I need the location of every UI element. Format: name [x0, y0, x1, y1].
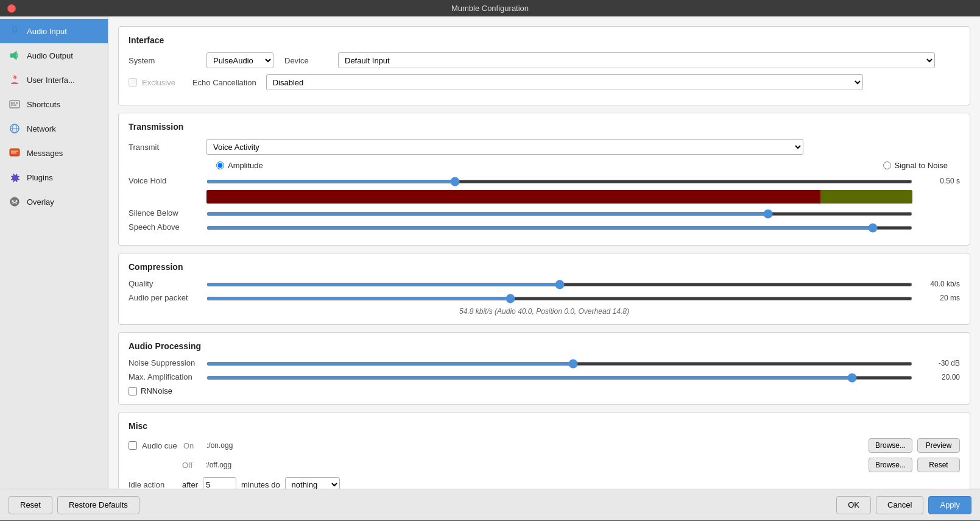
transmit-row: Transmit Voice Activity: [129, 139, 960, 155]
window-title: Mumble Configuration: [451, 4, 529, 13]
after-label: after: [182, 480, 198, 489]
message-icon: [9, 147, 21, 159]
audio-per-packet-row: Audio per packet 20 ms: [129, 293, 960, 302]
ok-button[interactable]: OK: [836, 496, 871, 514]
audio-per-packet-slider[interactable]: [206, 297, 912, 300]
silence-below-slider-container: [206, 208, 912, 218]
svg-rect-11: [13, 105, 16, 106]
speech-above-row: Speech Above: [129, 222, 960, 232]
noise-suppression-row: Noise Suppression -30 dB: [129, 358, 960, 367]
sidebar-item-messages[interactable]: Messages: [0, 141, 108, 165]
sidebar-item-shortcuts[interactable]: Shortcuts: [0, 92, 108, 116]
apply-button[interactable]: Apply: [928, 496, 971, 514]
silence-below-label: Silence Below: [129, 208, 202, 218]
browse-on-button[interactable]: Browse...: [869, 438, 912, 453]
on-path: :/on.ogg: [206, 441, 864, 450]
sidebar-label-user-interface: User Interfa...: [27, 76, 75, 85]
sidebar-item-overlay[interactable]: Overlay: [0, 190, 108, 214]
quality-slider-container: [206, 279, 912, 288]
voice-hold-slider-container: [206, 176, 912, 185]
reset-audio-button[interactable]: Reset: [917, 458, 960, 472]
system-select[interactable]: PulseAudio: [206, 52, 273, 68]
max-amplification-value: 20.00: [917, 373, 960, 381]
quality-value: 40.0 kb/s: [917, 280, 960, 288]
noise-suppression-label: Noise Suppression: [129, 358, 202, 367]
sidebar-item-plugins[interactable]: Plugins: [0, 165, 108, 190]
compression-section: Compression Quality 40.0 kb/s Audio per …: [118, 253, 970, 325]
sidebar-item-network[interactable]: Network: [0, 116, 108, 141]
svg-rect-15: [10, 149, 19, 156]
noise-suppression-value: -30 dB: [917, 359, 960, 367]
compression-info: 54.8 kbit/s (Audio 40.0, Position 0.0, O…: [129, 307, 960, 316]
max-amplification-label: Max. Amplification: [129, 372, 202, 381]
svg-rect-9: [16, 102, 18, 104]
device-select[interactable]: Default Input: [338, 52, 935, 68]
amplitude-radio[interactable]: [216, 161, 224, 169]
signal-noise-radio-row: Signal to Noise: [883, 161, 948, 170]
sidebar-label-audio-input: Audio Input: [27, 27, 67, 36]
sidebar: Audio Input Audio Output A User Interfa.…: [0, 16, 108, 489]
exclusive-row: Exclusive Echo Cancellation Disabled: [129, 74, 960, 90]
amplitude-label: Amplitude: [228, 161, 263, 170]
voice-meter-red: [206, 190, 820, 204]
svg-point-20: [16, 200, 18, 202]
rnnoise-checkbox[interactable]: [129, 387, 137, 395]
signal-noise-radio[interactable]: [883, 161, 891, 169]
network-icon: [9, 122, 21, 135]
idle-action-select[interactable]: nothing: [285, 477, 340, 489]
quality-label: Quality: [129, 279, 202, 288]
voice-meter: [206, 190, 912, 204]
transmission-section: Transmission Transmit Voice Activity Amp…: [118, 113, 970, 246]
sidebar-label-shortcuts: Shortcuts: [27, 100, 60, 109]
exclusive-label: Exclusive: [142, 78, 175, 87]
browse-off-button[interactable]: Browse...: [869, 458, 912, 472]
voice-hold-slider[interactable]: [206, 180, 912, 183]
idle-action-label: Idle action: [129, 480, 177, 489]
quality-slider[interactable]: [206, 283, 912, 286]
svg-text:A: A: [12, 76, 15, 80]
audio-cue-checkbox[interactable]: [129, 441, 137, 450]
speech-above-slider[interactable]: [206, 226, 912, 230]
interface-title: Interface: [129, 35, 960, 45]
system-row: System PulseAudio Device Default Input: [129, 52, 960, 68]
sidebar-item-audio-input[interactable]: Audio Input: [0, 19, 108, 43]
voice-hold-value: 0.50 s: [917, 177, 960, 185]
max-amplification-slider-container: [206, 372, 912, 381]
svg-rect-7: [11, 102, 13, 104]
transmit-select[interactable]: Voice Activity: [206, 139, 803, 155]
misc-title: Misc: [129, 421, 960, 431]
svg-rect-6: [10, 101, 19, 108]
transmit-label: Transmit: [129, 143, 202, 152]
voice-meter-olive: [820, 190, 912, 204]
audio-per-packet-label: Audio per packet: [129, 293, 202, 302]
minutes-do-label: minutes do: [241, 480, 280, 489]
speech-above-slider-container: [206, 222, 912, 232]
plugin-icon: [9, 171, 21, 183]
noise-suppression-slider[interactable]: [206, 362, 912, 366]
sidebar-item-user-interface[interactable]: A User Interfa...: [0, 68, 108, 92]
bottom-bar-right: OK Cancel Apply: [836, 496, 971, 514]
restore-defaults-button[interactable]: Restore Defaults: [57, 496, 139, 514]
content-area: Interface System PulseAudio Device Defau…: [108, 16, 980, 489]
off-label: Off: [182, 461, 200, 470]
compression-title: Compression: [129, 262, 960, 272]
sidebar-item-audio-output[interactable]: Audio Output: [0, 43, 108, 68]
rnnoise-label: RNNoise: [141, 386, 172, 395]
echo-cancellation-select[interactable]: Disabled: [266, 74, 863, 90]
mic-icon: [9, 25, 21, 37]
exclusive-checkbox[interactable]: [129, 78, 137, 87]
signal-noise-label: Signal to Noise: [895, 161, 948, 170]
max-amplification-slider[interactable]: [206, 376, 912, 380]
misc-section: Misc Audio cue On :/on.ogg Browse... Pre…: [118, 412, 970, 489]
cancel-button[interactable]: Cancel: [876, 496, 923, 514]
sidebar-label-plugins: Plugins: [27, 173, 53, 182]
sidebar-label-network: Network: [27, 124, 56, 133]
close-button[interactable]: [7, 4, 16, 13]
audio-cue-off-row: Off :/off.ogg Browse... Reset: [129, 458, 960, 472]
preview-button[interactable]: Preview: [917, 438, 960, 453]
reset-button[interactable]: Reset: [9, 496, 52, 514]
silence-below-slider[interactable]: [206, 212, 912, 216]
max-amplification-row: Max. Amplification 20.00: [129, 372, 960, 381]
system-label: System: [129, 56, 202, 65]
idle-minutes-input[interactable]: [203, 477, 236, 489]
